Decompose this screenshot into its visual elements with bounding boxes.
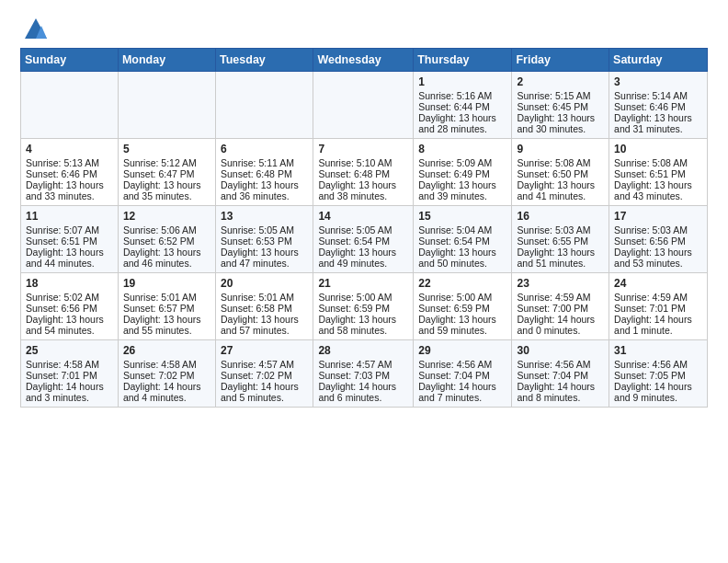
sunrise-text: Sunrise: 5:16 AM (418, 90, 506, 101)
daylight-text: Daylight: 13 hours and 53 minutes. (614, 247, 702, 269)
daylight-text: Daylight: 13 hours and 51 minutes. (517, 247, 604, 269)
calendar-cell: 5Sunrise: 5:12 AMSunset: 6:47 PMDaylight… (118, 139, 215, 206)
day-number: 17 (614, 210, 702, 223)
sunset-text: Sunset: 6:53 PM (221, 236, 308, 247)
sunset-text: Sunset: 7:04 PM (418, 370, 506, 381)
sunrise-text: Sunrise: 5:08 AM (614, 157, 702, 168)
day-number: 3 (614, 75, 702, 88)
day-number: 8 (418, 143, 506, 155)
day-number: 26 (123, 344, 210, 357)
daylight-text: Daylight: 13 hours and 55 minutes. (123, 314, 210, 336)
sunset-text: Sunset: 6:48 PM (318, 168, 408, 179)
sunrise-text: Sunrise: 4:56 AM (517, 359, 604, 370)
calendar-cell: 9Sunrise: 5:08 AMSunset: 6:50 PMDaylight… (512, 139, 609, 206)
daylight-text: Daylight: 13 hours and 35 minutes. (123, 179, 210, 201)
calendar-cell: 21Sunrise: 5:00 AMSunset: 6:59 PMDayligh… (313, 273, 414, 340)
calendar-week-row: 25Sunrise: 4:58 AMSunset: 7:01 PMDayligh… (21, 340, 708, 408)
day-number: 2 (517, 75, 604, 88)
logo-icon (23, 17, 49, 42)
daylight-text: Daylight: 13 hours and 54 minutes. (26, 314, 113, 336)
daylight-text: Daylight: 13 hours and 41 minutes. (517, 179, 604, 201)
sunrise-text: Sunrise: 4:57 AM (221, 359, 308, 370)
sunrise-text: Sunrise: 4:59 AM (517, 292, 604, 303)
day-number: 6 (221, 143, 308, 155)
sunset-text: Sunset: 7:01 PM (26, 370, 113, 381)
sunrise-text: Sunrise: 5:13 AM (26, 157, 113, 168)
day-number: 30 (517, 344, 604, 357)
day-number: 24 (614, 277, 702, 290)
header (20, 17, 708, 42)
day-number: 22 (418, 277, 506, 290)
sunset-text: Sunset: 6:44 PM (418, 101, 506, 112)
calendar-cell: 31Sunrise: 4:56 AMSunset: 7:05 PMDayligh… (609, 340, 708, 408)
sunset-text: Sunset: 6:51 PM (614, 168, 702, 179)
day-number: 11 (26, 210, 113, 223)
sunrise-text: Sunrise: 5:15 AM (517, 90, 604, 101)
calendar-header-saturday: Saturday (609, 49, 708, 72)
sunrise-text: Sunrise: 5:01 AM (123, 292, 210, 303)
sunset-text: Sunset: 7:02 PM (221, 370, 308, 381)
sunset-text: Sunset: 6:56 PM (26, 303, 113, 314)
sunset-text: Sunset: 6:46 PM (26, 168, 113, 179)
day-number: 10 (614, 143, 702, 155)
calendar-cell: 14Sunrise: 5:05 AMSunset: 6:54 PMDayligh… (313, 206, 414, 273)
calendar-cell: 29Sunrise: 4:56 AMSunset: 7:04 PMDayligh… (414, 340, 512, 408)
sunset-text: Sunset: 6:48 PM (221, 168, 308, 179)
calendar-header-friday: Friday (512, 49, 609, 72)
sunset-text: Sunset: 6:51 PM (26, 236, 113, 247)
sunrise-text: Sunrise: 5:04 AM (418, 224, 506, 236)
day-number: 15 (418, 210, 506, 223)
sunrise-text: Sunrise: 5:00 AM (318, 292, 408, 303)
daylight-text: Daylight: 13 hours and 33 minutes. (26, 179, 113, 201)
daylight-text: Daylight: 14 hours and 7 minutes. (418, 381, 506, 403)
daylight-text: Daylight: 13 hours and 58 minutes. (318, 314, 408, 336)
sunset-text: Sunset: 6:59 PM (418, 303, 506, 314)
sunrise-text: Sunrise: 5:10 AM (318, 157, 408, 168)
calendar-cell: 6Sunrise: 5:11 AMSunset: 6:48 PMDaylight… (216, 139, 313, 206)
day-number: 7 (318, 143, 408, 155)
calendar-cell: 18Sunrise: 5:02 AMSunset: 6:56 PMDayligh… (21, 273, 119, 340)
sunrise-text: Sunrise: 4:56 AM (418, 359, 506, 370)
calendar-cell: 16Sunrise: 5:03 AMSunset: 6:55 PMDayligh… (512, 206, 609, 273)
sunset-text: Sunset: 7:05 PM (614, 370, 702, 381)
sunrise-text: Sunrise: 4:58 AM (26, 359, 113, 370)
daylight-text: Daylight: 14 hours and 1 minute. (614, 314, 702, 336)
day-number: 31 (614, 344, 702, 357)
daylight-text: Daylight: 14 hours and 6 minutes. (318, 381, 408, 403)
calendar-header-tuesday: Tuesday (216, 49, 313, 72)
daylight-text: Daylight: 14 hours and 0 minutes. (517, 314, 604, 336)
sunset-text: Sunset: 6:45 PM (517, 101, 604, 112)
calendar-cell: 11Sunrise: 5:07 AMSunset: 6:51 PMDayligh… (21, 206, 119, 273)
sunset-text: Sunset: 7:04 PM (517, 370, 604, 381)
sunrise-text: Sunrise: 5:02 AM (26, 292, 113, 303)
calendar-cell: 23Sunrise: 4:59 AMSunset: 7:00 PMDayligh… (512, 273, 609, 340)
daylight-text: Daylight: 13 hours and 49 minutes. (318, 247, 408, 269)
calendar-cell: 26Sunrise: 4:58 AMSunset: 7:02 PMDayligh… (118, 340, 215, 408)
day-number: 29 (418, 344, 506, 357)
sunset-text: Sunset: 7:03 PM (318, 370, 408, 381)
calendar-cell: 19Sunrise: 5:01 AMSunset: 6:57 PMDayligh… (118, 273, 215, 340)
day-number: 21 (318, 277, 408, 290)
daylight-text: Daylight: 13 hours and 28 minutes. (418, 112, 506, 134)
calendar-cell (21, 72, 119, 139)
calendar-cell (313, 72, 414, 139)
calendar-cell: 25Sunrise: 4:58 AMSunset: 7:01 PMDayligh… (21, 340, 119, 408)
calendar-cell: 22Sunrise: 5:00 AMSunset: 6:59 PMDayligh… (414, 273, 512, 340)
daylight-text: Daylight: 13 hours and 44 minutes. (26, 247, 113, 269)
calendar-cell (216, 72, 313, 139)
sunset-text: Sunset: 6:58 PM (221, 303, 308, 314)
sunset-text: Sunset: 6:55 PM (517, 236, 604, 247)
calendar-week-row: 1Sunrise: 5:16 AMSunset: 6:44 PMDaylight… (21, 72, 708, 139)
daylight-text: Daylight: 14 hours and 8 minutes. (517, 381, 604, 403)
calendar-cell: 28Sunrise: 4:57 AMSunset: 7:03 PMDayligh… (313, 340, 414, 408)
sunrise-text: Sunrise: 5:05 AM (318, 224, 408, 236)
daylight-text: Daylight: 13 hours and 47 minutes. (221, 247, 308, 269)
sunset-text: Sunset: 6:56 PM (614, 236, 702, 247)
calendar-header-thursday: Thursday (414, 49, 512, 72)
sunrise-text: Sunrise: 4:58 AM (123, 359, 210, 370)
sunrise-text: Sunrise: 5:12 AM (123, 157, 210, 168)
daylight-text: Daylight: 14 hours and 5 minutes. (221, 381, 308, 403)
sunrise-text: Sunrise: 5:03 AM (614, 224, 702, 236)
sunrise-text: Sunrise: 5:01 AM (221, 292, 308, 303)
sunset-text: Sunset: 7:00 PM (517, 303, 604, 314)
